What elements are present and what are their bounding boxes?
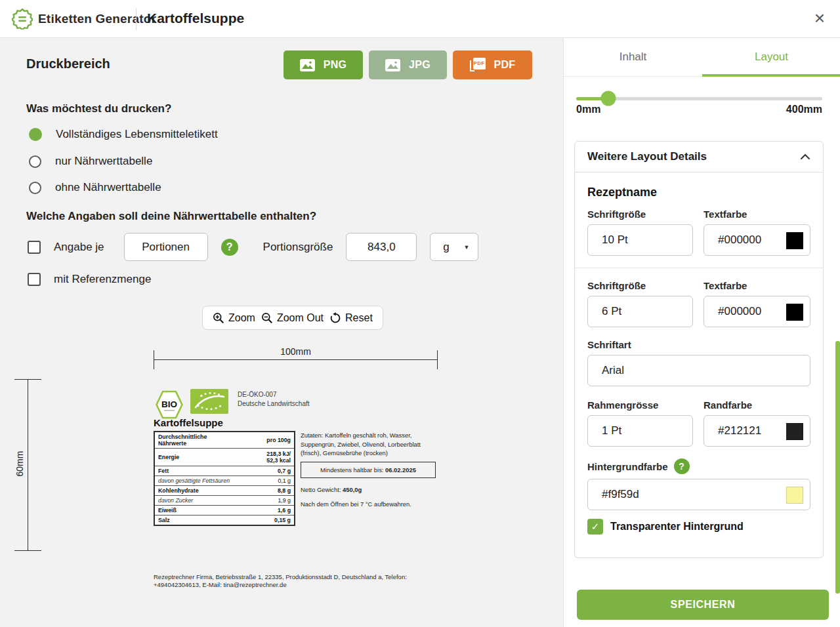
- slider-max-label: 400mm: [786, 104, 822, 115]
- angabe-je-input[interactable]: [124, 233, 208, 261]
- zoom-in-button[interactable]: Zoom: [213, 312, 255, 324]
- reset-zoom-button[interactable]: Reset: [329, 312, 373, 324]
- help-icon[interactable]: ?: [674, 458, 690, 474]
- angabe-je-label: Angabe je: [54, 241, 104, 254]
- schriftgroesse1-label: Schriftgröße: [587, 209, 693, 220]
- header: Etiketten Generator Kartoffelsuppe ×: [0, 0, 840, 38]
- section-divider: [575, 268, 823, 268]
- unit-select[interactable]: g ▼: [430, 233, 478, 261]
- nutrition-row: Eiweiß 1,6 g: [155, 505, 294, 515]
- save-button[interactable]: SPEICHERN: [577, 590, 829, 620]
- textfarbe2-input[interactable]: [704, 296, 810, 327]
- export-jpg-button[interactable]: JPG: [369, 51, 447, 79]
- question-print-type: Was möchtest du drucken?: [26, 102, 171, 115]
- height-ruler: 60mm: [14, 379, 43, 551]
- color-swatch[interactable]: [786, 487, 803, 504]
- schriftgroesse2-label: Schriftgröße: [587, 280, 693, 291]
- etiketten-generator-window: Etiketten Generator Kartoffelsuppe × Dru…: [0, 0, 840, 627]
- radio-option-without-nutrition[interactable]: ohne Nährwerttabelle: [29, 181, 161, 194]
- nutrition-table: Durchschnittliche Nährwerte pro 100g Ene…: [154, 431, 295, 526]
- chevron-down-icon: ▼: [463, 244, 469, 251]
- export-png-label: PNG: [324, 59, 347, 71]
- slider-min-label: 0mm: [576, 104, 600, 115]
- ingredients-text: Zutaten: Kartoffeln geschält roh, Wasser…: [301, 431, 440, 458]
- hintergrundfarbe-input[interactable]: [587, 479, 810, 510]
- height-ruler-label: 60mm: [14, 449, 25, 479]
- app-title: Etiketten Generator: [38, 12, 156, 26]
- color-swatch[interactable]: [786, 423, 803, 440]
- color-swatch[interactable]: [786, 232, 803, 249]
- referenzmenge-label: mit Referenzmenge: [54, 273, 151, 286]
- best-before-box: Mindestens haltbar bis: 06.02.2025: [301, 462, 436, 479]
- nutrition-row: Fett 0,7 g: [155, 466, 294, 475]
- export-png-button[interactable]: PNG: [284, 51, 363, 79]
- rahmengroesse-input[interactable]: [587, 415, 693, 447]
- svg-text:BIO: BIO: [161, 399, 177, 409]
- storage-instructions: Nach dem Öffnen bei 7 °C aufbewahren.: [301, 500, 440, 509]
- zoom-out-button[interactable]: Zoom Out: [261, 312, 324, 324]
- width-ruler-label: 100mm: [154, 346, 438, 357]
- checked-checkbox-icon[interactable]: ✓: [587, 519, 603, 535]
- hintergrundfarbe-label: Hintergrundfarbe: [587, 461, 668, 472]
- panel-scrollbar[interactable]: [835, 341, 840, 594]
- radio-option-full-label[interactable]: Vollständiges Lebensmitteletikett: [29, 128, 218, 141]
- print-area-panel: Druckbereich PNG JPG: [0, 38, 563, 627]
- textfarbe1-input[interactable]: [704, 224, 810, 256]
- radio-selected-icon[interactable]: [29, 128, 42, 141]
- reset-icon: [329, 312, 341, 324]
- schriftart-label: Schriftart: [587, 339, 810, 350]
- tab-layout[interactable]: Layout: [702, 38, 840, 76]
- transparent-background-row[interactable]: ✓ Transparenter Hintergrund: [587, 519, 810, 535]
- nutrition-row: davon Zucker 1,9 g: [155, 495, 294, 505]
- print-area-title: Druckbereich: [26, 56, 110, 71]
- portion-size-input[interactable]: [346, 233, 417, 261]
- nutrition-row: Salz 0,15 g: [155, 515, 294, 525]
- tab-inhalt[interactable]: Inhalt: [564, 38, 702, 76]
- color-swatch[interactable]: [786, 304, 803, 321]
- eco-origin: Deutsche Landwirtschaft: [238, 399, 310, 409]
- referenzmenge-row: mit Referenzmenge: [28, 273, 151, 286]
- slider-labels: 0mm 400mm: [576, 104, 822, 115]
- zoom-in-icon: [213, 312, 224, 324]
- width-ruler: 100mm: [154, 346, 438, 370]
- question-nutrition-content: Welche Angaben soll deine Nährwerttabell…: [26, 210, 316, 223]
- schriftart-input[interactable]: [587, 355, 810, 386]
- export-jpg-label: JPG: [409, 59, 430, 71]
- portion-size-label: Portionsgröße: [263, 241, 333, 254]
- pdf-icon: PDF: [470, 58, 486, 72]
- radio-unselected-icon[interactable]: [29, 155, 41, 168]
- settings-panel: Inhalt Layout 0mm 400mm Weitere Layout D…: [563, 38, 840, 627]
- recipe-title: Kartoffelsuppe: [147, 10, 244, 26]
- angabe-je-checkbox[interactable]: [28, 241, 41, 254]
- radio-option-nutrition-only[interactable]: nur Nährwerttabelle: [29, 155, 152, 168]
- nutrition-row: Kohlenhydrate 8,8 g: [155, 485, 294, 495]
- schriftgroesse1-input[interactable]: [587, 224, 693, 256]
- eu-organic-logo-icon: [190, 389, 228, 414]
- referenzmenge-checkbox[interactable]: [28, 273, 41, 286]
- image-icon: [300, 59, 315, 71]
- export-pdf-button[interactable]: PDF PDF: [453, 51, 532, 79]
- nutrition-row: Energie 218,3 kJ/52,3 kcal: [155, 448, 294, 466]
- angabe-je-row: Angabe je ? Portionsgröße g ▼: [28, 233, 478, 261]
- radio-unselected-icon[interactable]: [29, 182, 41, 194]
- label-right-column: Zutaten: Kartoffeln geschält roh, Wasser…: [301, 431, 440, 508]
- label-recipe-title: Kartoffelsuppe: [154, 417, 223, 428]
- image-icon: [385, 59, 400, 71]
- label-preview[interactable]: BIO DE-ÖKO-007 Deutsche Landwirtschaft K…: [154, 388, 455, 578]
- rahmengroesse-label: Rahmengrösse: [587, 399, 693, 411]
- randfarbe-input[interactable]: [704, 415, 810, 447]
- nutrition-row: davon gesättigte Fettsäuren 0,1 g: [155, 475, 294, 485]
- layout-details-accordion-header[interactable]: Weitere Layout Details: [574, 141, 824, 172]
- nutrition-header-row: Durchschnittliche Nährwerte pro 100g: [155, 432, 294, 448]
- bio-siegel-icon: BIO: [156, 390, 183, 419]
- close-icon[interactable]: ×: [808, 8, 831, 30]
- eco-certification-text: DE-ÖKO-007 Deutsche Landwirtschaft: [238, 390, 310, 409]
- best-before-date: 06.02.2025: [385, 466, 416, 474]
- help-icon[interactable]: ?: [221, 239, 238, 256]
- settings-tabs: Inhalt Layout: [564, 38, 840, 77]
- textfarbe1-label: Textfarbe: [704, 209, 810, 220]
- schriftgroesse2-input[interactable]: [587, 296, 693, 327]
- export-pdf-label: PDF: [494, 59, 516, 71]
- rezeptname-section-title: Rezeptname: [587, 186, 810, 199]
- header-divider: [136, 8, 136, 30]
